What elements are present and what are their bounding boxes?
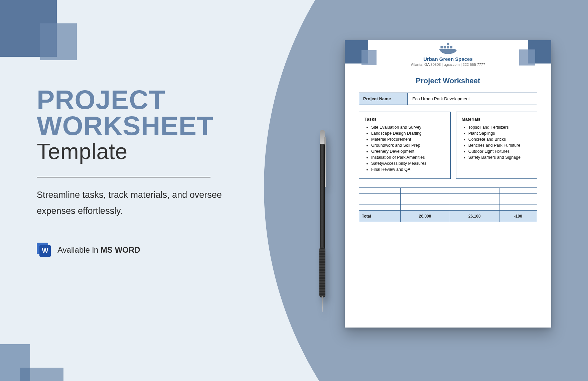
list-item: Plant Saplings (468, 131, 532, 136)
list-item: Material Procurement (371, 137, 445, 142)
project-name-value: Eco Urban Park Development (408, 93, 537, 105)
totals-table: Total 26,000 26,100 -100 (359, 187, 537, 222)
list-item: Final Review and QA (371, 167, 445, 172)
materials-box: Materials Topsoil and FertilizersPlant S… (456, 112, 537, 179)
availability-row: W Available in MS WORD (37, 243, 244, 257)
document-preview: Urban Green Spaces Atlanta, GA 30303 | u… (345, 27, 551, 328)
worksheet-page: Urban Green Spaces Atlanta, GA 30303 | u… (345, 40, 551, 328)
hero-title-line: PROJECT (37, 87, 244, 113)
total-col3: -100 (499, 211, 537, 222)
svg-rect-3 (450, 46, 453, 48)
tasks-heading: Tasks (364, 117, 445, 122)
project-name-row: Project Name Eco Urban Park Development (359, 93, 537, 105)
hero-text-block: PROJECT WORKSHEET Template Streamline ta… (37, 87, 244, 257)
hero-subtitle: Template (37, 139, 244, 164)
list-item: Safety Barriers and Signage (468, 155, 532, 160)
hero-blurb: Streamline tasks, track materials, and o… (37, 187, 237, 219)
materials-heading: Materials (462, 117, 532, 122)
list-item: Greenery Development (371, 149, 445, 154)
list-item: Topsoil and Fertilizers (468, 125, 532, 130)
list-item: Installation of Park Amenities (371, 155, 445, 160)
list-item: Concrete and Bricks (468, 137, 532, 142)
list-item: Site Evaluation and Survey (371, 125, 445, 130)
list-item: Benches and Park Furniture (468, 143, 532, 148)
pen-prop (315, 124, 329, 324)
materials-list: Topsoil and FertilizersPlant SaplingsCon… (462, 125, 532, 160)
hero-title-line: WORKSHEET (37, 113, 244, 139)
availability-text: Available in MS WORD (57, 245, 140, 255)
total-col1: 26,000 (400, 211, 450, 222)
svg-rect-1 (444, 46, 446, 48)
svg-rect-2 (447, 46, 449, 48)
decor-square (40, 23, 77, 60)
worksheet-heading: Project Worksheet (345, 77, 551, 85)
tasks-box: Tasks Site Evaluation and SurveyLandscap… (359, 112, 451, 179)
list-item: Groundwork and Soil Prep (371, 143, 445, 148)
project-name-label: Project Name (359, 93, 408, 105)
list-item: Safety/Accessibility Measures (371, 161, 445, 166)
decor-square (361, 50, 377, 65)
msword-icon: W (37, 243, 51, 257)
list-item: Landscape Design Drafting (371, 131, 445, 136)
tasks-list: Site Evaluation and SurveyLandscape Desi… (364, 125, 445, 172)
svg-rect-0 (441, 46, 443, 48)
total-col2: 26,100 (450, 211, 499, 222)
total-label: Total (359, 211, 401, 222)
divider (37, 177, 210, 177)
list-item: Outdoor Light Fixtures (468, 149, 532, 154)
decor-square (519, 49, 535, 66)
org-logo-icon (438, 40, 458, 54)
svg-rect-4 (447, 43, 449, 45)
hero-title: PROJECT WORKSHEET (37, 87, 244, 139)
decor-square (20, 368, 63, 381)
